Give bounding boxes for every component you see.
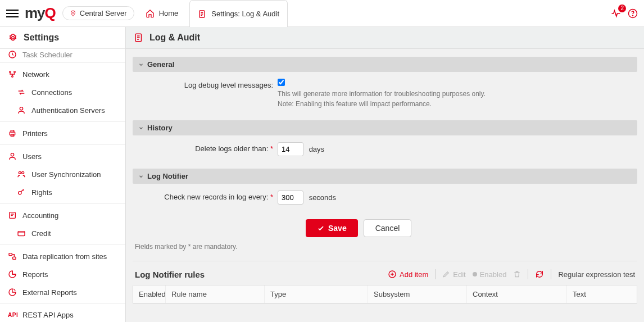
sidebar-item-rights[interactable]: Rights xyxy=(0,183,125,201)
cancel-button[interactable]: Cancel xyxy=(364,219,412,237)
menu-toggle-button[interactable] xyxy=(4,6,20,21)
check-records-label: Check new records in log every: * xyxy=(138,191,273,201)
user-icon xyxy=(8,152,17,161)
location-pin-icon xyxy=(70,10,76,17)
sidebar-nav: Task Scheduler Network Connections Authe… xyxy=(0,49,125,322)
section-history: History Delete logs older than: * days xyxy=(133,120,637,163)
tab-settings[interactable]: Settings: Log & Audit xyxy=(189,0,288,28)
page-title: Log & Audit xyxy=(126,27,644,49)
mandatory-note: Fields marked by * are mandatory. xyxy=(133,243,637,256)
app-logo: myQ xyxy=(25,4,56,22)
svg-point-0 xyxy=(72,12,74,13)
col-rule-name[interactable]: Rule name xyxy=(166,285,265,303)
sidebar-item-user-sync[interactable]: User Synchronization xyxy=(0,165,125,183)
svg-point-4 xyxy=(12,37,15,39)
debug-messages-checkbox[interactable] xyxy=(278,79,285,86)
regex-test-button[interactable]: Regular expression test xyxy=(558,270,635,279)
delete-button[interactable] xyxy=(513,270,521,278)
section-general-header[interactable]: General xyxy=(133,57,637,72)
home-icon xyxy=(146,9,155,18)
sidebar-item-credit[interactable]: Credit xyxy=(0,224,125,242)
printer-icon xyxy=(8,129,17,138)
sidebar-item-reports[interactable]: Reports xyxy=(0,265,125,283)
save-button[interactable]: Save xyxy=(306,219,358,237)
col-context[interactable]: Context xyxy=(467,285,567,303)
add-item-button[interactable]: Add item xyxy=(388,270,428,279)
section-history-header[interactable]: History xyxy=(133,120,637,135)
col-text[interactable]: Text xyxy=(567,285,637,303)
section-log-notifier-header[interactable]: Log Notifier xyxy=(133,169,637,184)
grid-header: Enabled Rule name Type Subsystem Context… xyxy=(133,285,637,303)
sidebar-item-users[interactable]: Users xyxy=(0,147,125,165)
server-label: Central Server xyxy=(80,9,127,17)
sidebar-item-network[interactable]: Network xyxy=(0,65,125,83)
sidebar-item-rest-api[interactable]: API REST API Apps xyxy=(0,306,125,322)
svg-point-15 xyxy=(22,171,24,174)
check-icon xyxy=(317,224,325,232)
check-records-suffix: seconds xyxy=(309,191,336,202)
svg-point-7 xyxy=(14,71,16,73)
sidebar-item-printers[interactable]: Printers xyxy=(0,124,125,142)
delete-logs-label: Delete logs older than: * xyxy=(138,142,273,153)
main-content: Log & Audit General Log debug level mess… xyxy=(126,27,644,322)
server-selector[interactable]: Central Server xyxy=(62,6,134,20)
rules-title: Log Notifier rules xyxy=(135,270,381,279)
clock-icon xyxy=(8,50,17,59)
svg-rect-11 xyxy=(11,130,13,132)
dot-icon xyxy=(473,272,477,276)
sidebar-item-accounting[interactable]: Accounting xyxy=(0,206,125,224)
log-audit-page-icon xyxy=(134,33,144,43)
chevron-down-icon xyxy=(138,62,144,67)
edit-button[interactable]: Edit xyxy=(442,270,465,279)
chevron-down-icon xyxy=(138,174,144,179)
svg-point-9 xyxy=(20,107,22,110)
tab-settings-label: Settings: Log & Audit xyxy=(211,10,279,18)
sidebar: Settings Task Scheduler Network Connecti… xyxy=(0,27,126,322)
debug-hint-2: Note: Enabling this feature will impact … xyxy=(278,100,486,108)
rules-grid: Enabled Rule name Type Subsystem Context… xyxy=(133,285,637,304)
chevron-down-icon xyxy=(138,125,144,131)
add-icon xyxy=(388,270,397,279)
sidebar-title: Settings xyxy=(0,27,125,49)
svg-point-3 xyxy=(632,15,633,16)
svg-rect-18 xyxy=(18,232,25,236)
debug-hint-1: This will generate more information for … xyxy=(278,90,486,98)
credit-icon xyxy=(17,229,26,238)
col-enabled[interactable]: Enabled xyxy=(133,285,166,303)
col-type[interactable]: Type xyxy=(265,285,368,303)
sync-users-icon xyxy=(17,170,26,179)
topbar: myQ Central Server Home Settings: Log & … xyxy=(0,0,644,27)
network-icon xyxy=(8,70,17,79)
external-reports-icon xyxy=(8,288,17,297)
help-button[interactable] xyxy=(626,7,640,20)
auth-icon xyxy=(17,106,26,115)
help-icon xyxy=(628,8,638,19)
check-records-input[interactable] xyxy=(278,191,303,205)
exchange-icon xyxy=(17,88,26,97)
refresh-button[interactable] xyxy=(535,270,544,279)
sidebar-item-data-replication[interactable]: Data replication from sites xyxy=(0,247,125,265)
tab-home[interactable]: Home xyxy=(138,0,187,27)
replication-icon xyxy=(8,252,17,261)
debug-messages-label: Log debug level messages: xyxy=(138,79,273,89)
key-icon xyxy=(17,188,26,197)
log-audit-icon xyxy=(198,10,207,19)
svg-point-13 xyxy=(11,153,13,156)
delete-logs-input[interactable] xyxy=(278,142,303,156)
enabled-toggle[interactable]: Enabled xyxy=(473,270,507,279)
sidebar-item-task-scheduler[interactable]: Task Scheduler xyxy=(0,49,125,60)
sidebar-item-external-reports[interactable]: External Reports xyxy=(0,283,125,301)
sidebar-item-auth-servers[interactable]: Authentication Servers xyxy=(0,101,125,119)
svg-rect-19 xyxy=(9,253,12,256)
notifications-button[interactable]: 2 xyxy=(609,7,623,20)
reports-icon xyxy=(8,270,17,279)
delete-logs-suffix: days xyxy=(309,143,324,153)
col-subsystem[interactable]: Subsystem xyxy=(368,285,467,303)
sidebar-item-connections[interactable]: Connections xyxy=(0,83,125,101)
accounting-icon xyxy=(8,211,17,220)
svg-point-6 xyxy=(10,71,11,73)
settings-icon xyxy=(8,33,18,43)
section-general: General Log debug level messages: This w… xyxy=(133,57,637,115)
notification-badge: 2 xyxy=(618,4,626,12)
section-log-notifier: Log Notifier Check new records in log ev… xyxy=(133,169,637,211)
